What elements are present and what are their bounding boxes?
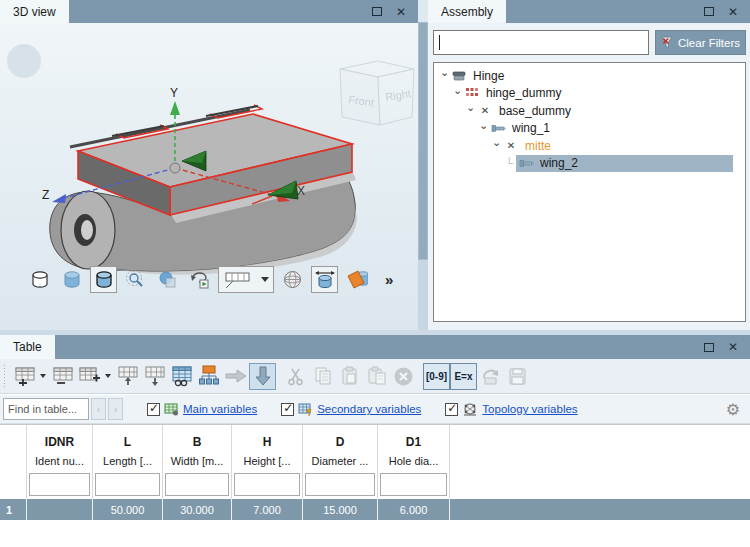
main-variables-checkbox[interactable] (147, 403, 160, 416)
cell-b[interactable]: 30.000 (163, 499, 232, 520)
cancel-button[interactable] (390, 363, 417, 390)
secondary-variables-link[interactable]: Secondary variables (317, 403, 421, 415)
tree-structure-button[interactable] (195, 363, 222, 390)
add-column-button[interactable] (76, 363, 103, 390)
tab-assembly[interactable]: Assembly (428, 0, 506, 23)
reload-button[interactable] (477, 363, 504, 390)
tree-item-wing-1[interactable]: wing_1 (434, 120, 745, 138)
find-next-button[interactable]: › (108, 398, 123, 420)
wireframe-mode-button[interactable] (26, 266, 53, 293)
move-row-down-button[interactable] (141, 363, 168, 390)
tree-item-mitte[interactable]: mitte (434, 137, 745, 155)
save-button[interactable] (504, 363, 531, 390)
table-settings-gear-icon[interactable] (726, 400, 740, 419)
tree-item-hinge-dummy[interactable]: hinge_dummy (434, 85, 745, 103)
column-filter-input[interactable] (234, 473, 300, 496)
tree-item-label[interactable]: wing_1 (509, 121, 553, 135)
secondary-variables-checkbox[interactable] (281, 403, 294, 416)
tree-selection-highlight[interactable]: wing_2 (516, 155, 733, 172)
tree-item-label[interactable]: wing_2 (537, 156, 581, 170)
move-row-up-button[interactable] (114, 363, 141, 390)
tab-3d-view[interactable]: 3D view (0, 0, 69, 23)
column-header[interactable]: L (93, 425, 163, 450)
cell-h[interactable]: 7.000 (232, 499, 303, 520)
main-variables-link[interactable]: Main variables (183, 403, 257, 415)
transfer-down-button[interactable] (249, 363, 276, 390)
close-icon[interactable] (728, 6, 738, 18)
transfer-right-button[interactable] (222, 363, 249, 390)
shaded-edges-mode-button[interactable] (90, 266, 117, 293)
toolbar-more-button[interactable]: » (385, 271, 392, 288)
column-header[interactable]: B (163, 425, 232, 450)
tree-item-base-dummy[interactable]: base_dummy (434, 102, 745, 120)
cell-d1[interactable]: 6.000 (378, 499, 450, 520)
tree-item-label[interactable]: mitte (522, 139, 554, 153)
column-header[interactable]: H (232, 425, 303, 450)
topology-variables-checkbox[interactable] (445, 403, 458, 416)
column-filter-input[interactable] (305, 473, 375, 496)
expand-chevron-icon[interactable] (438, 69, 451, 82)
row-number[interactable]: 1 (0, 499, 27, 520)
cell-d[interactable]: 15.000 (303, 499, 378, 520)
scrollbar-thumb[interactable] (418, 22, 428, 260)
tree-item-label[interactable]: hinge_dummy (483, 86, 564, 100)
maximize-icon[interactable] (372, 7, 382, 16)
delete-row-button[interactable] (49, 363, 76, 390)
find-in-table-input[interactable] (3, 398, 89, 420)
numeric-format-toggle[interactable]: [0-9] (423, 363, 450, 390)
add-row-button[interactable] (11, 363, 38, 390)
column-filter-input[interactable] (95, 473, 160, 496)
paste-insert-button[interactable] (363, 363, 390, 390)
expand-chevron-icon[interactable] (464, 104, 477, 117)
animate-rotation-button[interactable] (186, 266, 213, 293)
reload-icon (481, 366, 501, 386)
arrow-right-icon (224, 367, 248, 385)
table-view-button[interactable] (168, 363, 195, 390)
formula-display-toggle[interactable]: E=x (450, 363, 477, 390)
transparency-button[interactable] (154, 266, 181, 293)
find-previous-button[interactable]: ‹ (91, 398, 106, 420)
measure-button[interactable] (311, 266, 338, 293)
cut-button[interactable] (282, 363, 309, 390)
annotation-tool-button[interactable] (218, 266, 274, 293)
vertical-scrollbar[interactable] (418, 0, 428, 330)
tree-item-label[interactable]: Hinge (470, 69, 507, 83)
tree-item-wing-2[interactable]: wing_2 (434, 155, 745, 173)
topology-variables-link[interactable]: Topology variables (482, 403, 577, 415)
maximize-icon[interactable] (704, 343, 714, 352)
shaded-mode-button[interactable] (58, 266, 85, 293)
zoom-select-button[interactable] (122, 266, 149, 293)
add-column-dropdown-icon[interactable] (103, 374, 112, 378)
annotation-dropdown-icon[interactable] (261, 277, 269, 282)
column-filter-input[interactable] (29, 473, 90, 496)
clear-filters-button[interactable]: Clear Filters (655, 30, 746, 55)
cell-l[interactable]: 50.000 (93, 499, 163, 520)
tree-item-label[interactable]: base_dummy (496, 104, 574, 118)
column-header[interactable]: D (303, 425, 378, 450)
maximize-icon[interactable] (704, 7, 714, 16)
add-row-dropdown-icon[interactable] (38, 374, 47, 378)
paste-button[interactable] (336, 363, 363, 390)
text-caret (439, 35, 440, 50)
column-header[interactable]: D1 (378, 425, 450, 450)
expand-chevron-icon[interactable] (490, 139, 503, 152)
column-filter-input[interactable] (165, 473, 229, 496)
column-filter-input[interactable] (380, 473, 447, 496)
view-cube[interactable]: Front Right (340, 61, 414, 125)
column-header[interactable]: IDNR (27, 425, 93, 450)
toolbar-grip[interactable] (3, 364, 7, 388)
copy-button[interactable] (309, 363, 336, 390)
close-icon[interactable] (396, 6, 406, 18)
section-view-button[interactable] (343, 266, 370, 293)
expand-chevron-icon[interactable] (451, 87, 464, 100)
tab-table[interactable]: Table (0, 335, 55, 359)
cancel-circle-icon (393, 366, 414, 387)
mesh-view-button[interactable] (279, 266, 306, 293)
cell-idnr[interactable] (27, 499, 93, 520)
3d-viewport[interactable]: Front Right Y (0, 23, 418, 330)
expand-chevron-icon[interactable] (477, 122, 490, 135)
close-icon[interactable] (728, 341, 738, 353)
tree-item-hinge[interactable]: Hinge (434, 67, 745, 85)
table-row-selected[interactable]: 1 50.000 30.000 7.000 15.000 6.000 (0, 499, 750, 520)
assembly-filter-input[interactable] (433, 30, 649, 55)
